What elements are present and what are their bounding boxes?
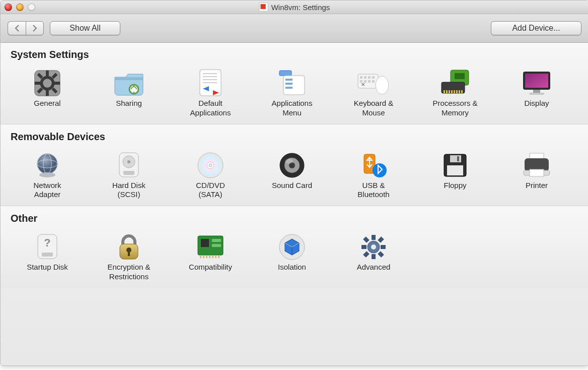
- svg-rect-85: [200, 255, 201, 258]
- svg-rect-35: [455, 73, 465, 79]
- pref-label: Compatibility: [173, 263, 248, 272]
- pref-advanced[interactable]: Advanced: [336, 226, 411, 284]
- printer-icon: [520, 150, 553, 181]
- section-system-settings: System Settings: [1, 43, 588, 125]
- pref-network-adapter[interactable]: Network Adapter: [10, 145, 85, 202]
- svg-point-53: [39, 172, 55, 177]
- svg-rect-87: [206, 255, 207, 258]
- svg-rect-83: [212, 239, 221, 242]
- pref-label: Applications Menu: [254, 99, 330, 118]
- svg-point-56: [127, 160, 130, 163]
- pref-startup-disk[interactable]: ? Startup Disk: [10, 226, 85, 284]
- svg-line-100: [364, 238, 368, 241]
- svg-rect-68: [450, 155, 461, 162]
- svg-line-101: [379, 253, 383, 256]
- folder-share-icon: [112, 68, 145, 99]
- svg-rect-39: [449, 90, 450, 93]
- pref-display[interactable]: Display: [499, 63, 574, 120]
- window-title-wrap: Win8vm: Settings: [259, 1, 330, 14]
- show-all-button[interactable]: Show All: [50, 21, 120, 35]
- svg-rect-47: [533, 90, 540, 93]
- svg-text:✕: ✕: [361, 82, 365, 87]
- motherboard-icon: [194, 231, 227, 263]
- pref-hard-disk[interactable]: Hard Disk (SCSI): [91, 145, 167, 202]
- svg-rect-70: [447, 165, 463, 175]
- pref-label: Advanced: [336, 263, 411, 272]
- section-other: Other ? Startup Disk: [1, 206, 588, 288]
- svg-rect-21: [285, 83, 292, 85]
- ram-cpu-icon: [438, 68, 472, 99]
- pref-processors-memory[interactable]: Processors & Memory: [417, 63, 493, 120]
- pref-label: USB & Bluetooth: [336, 181, 411, 200]
- pref-label: CD/DVD (SATA): [173, 181, 248, 200]
- keyboard-mouse-icon: ✕: [357, 68, 390, 99]
- pref-label: Hard Disk (SCSI): [91, 181, 167, 200]
- svg-rect-89: [212, 255, 213, 258]
- pref-sharing[interactable]: Sharing: [91, 63, 167, 120]
- svg-rect-18: [279, 71, 291, 76]
- pref-isolation[interactable]: Isolation: [254, 226, 330, 284]
- svg-rect-74: [530, 169, 544, 176]
- content: System Settings: [1, 43, 588, 365]
- cog-icon: [357, 231, 390, 263]
- pref-label: General: [10, 99, 85, 108]
- disc-icon: [194, 150, 227, 181]
- pref-label: Isolation: [254, 263, 330, 272]
- svg-rect-22: [285, 87, 292, 89]
- add-device-button[interactable]: Add Device...: [491, 21, 581, 35]
- svg-rect-69: [457, 156, 459, 161]
- pref-floppy[interactable]: Floppy: [417, 145, 493, 202]
- speaker-icon: [275, 150, 309, 181]
- svg-rect-19: [283, 76, 305, 95]
- pref-applications-menu[interactable]: Applications Menu: [254, 63, 330, 120]
- monitor-icon: [520, 68, 553, 99]
- pref-label: Processors & Memory: [417, 99, 493, 118]
- pref-keyboard-mouse[interactable]: ✕ Keyboard & Mouse: [336, 63, 411, 120]
- pref-printer[interactable]: Printer: [499, 145, 574, 202]
- pref-general[interactable]: General: [10, 63, 85, 120]
- pref-sound-card[interactable]: Sound Card: [254, 145, 330, 202]
- gear-icon: [31, 68, 64, 99]
- svg-rect-38: [446, 90, 448, 93]
- lock-icon: [112, 231, 145, 263]
- minimize-button[interactable]: [16, 4, 24, 11]
- svg-rect-48: [529, 93, 544, 95]
- toolbar: Show All Add Device...: [1, 14, 588, 43]
- app-icon: [259, 3, 268, 12]
- pref-label: Sharing: [91, 99, 167, 108]
- pref-label: Network Adapter: [10, 181, 85, 200]
- pref-usb-bluetooth[interactable]: USB & Bluetooth: [336, 145, 411, 202]
- forward-button[interactable]: [26, 21, 44, 35]
- svg-point-64: [285, 159, 293, 164]
- zoom-button[interactable]: [28, 4, 35, 11]
- svg-rect-26: [368, 76, 371, 79]
- svg-rect-77: [42, 253, 53, 257]
- pref-label: Default Applications: [173, 99, 248, 118]
- pref-default-apps[interactable]: Default Applications: [173, 63, 248, 120]
- pref-label: Startup Disk: [10, 263, 85, 272]
- pref-encryption-restrictions[interactable]: Encryption & Restrictions: [91, 226, 167, 284]
- close-button[interactable]: [5, 4, 12, 11]
- svg-rect-90: [215, 255, 216, 258]
- svg-rect-88: [209, 255, 210, 258]
- pref-label: Encryption & Restrictions: [91, 263, 167, 282]
- pref-label: Sound Card: [254, 181, 330, 191]
- svg-rect-43: [459, 90, 460, 93]
- svg-rect-44: [461, 90, 463, 93]
- section-removable-devices: Removable Devices: [1, 125, 588, 207]
- pref-compatibility[interactable]: Compatibility: [173, 226, 248, 284]
- startup-icon: ?: [31, 231, 64, 263]
- svg-rect-86: [203, 255, 204, 258]
- svg-point-104: [371, 244, 376, 250]
- svg-rect-46: [525, 74, 548, 88]
- section-title: System Settings: [11, 49, 579, 60]
- back-button[interactable]: [8, 21, 26, 35]
- window-title: Win8vm: Settings: [271, 3, 330, 12]
- svg-point-66: [373, 163, 387, 177]
- section-title: Other: [11, 213, 579, 224]
- svg-rect-84: [212, 244, 221, 247]
- settings-window: Win8vm: Settings Show All Add Device... …: [0, 0, 588, 366]
- pref-label: Display: [499, 99, 574, 108]
- pref-cd-dvd[interactable]: CD/DVD (SATA): [173, 145, 248, 202]
- svg-rect-80: [128, 251, 130, 256]
